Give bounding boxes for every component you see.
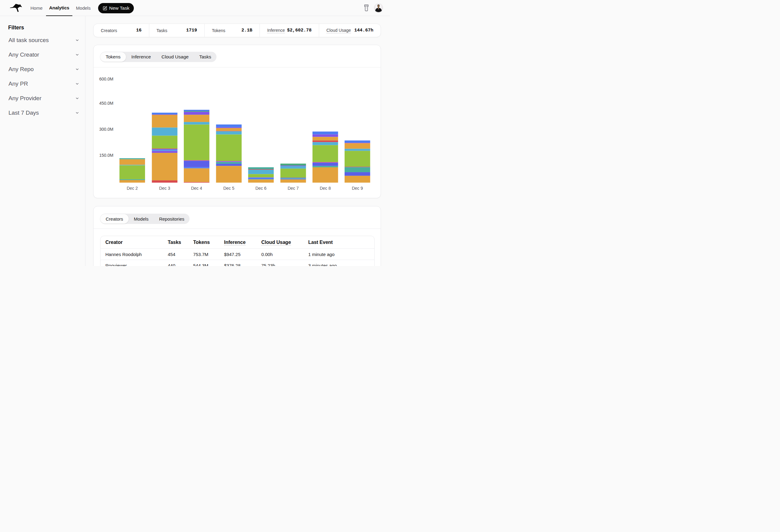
svg-text:Dec 7: Dec 7 [288,186,299,191]
svg-text:Dec 6: Dec 6 [255,186,266,191]
svg-text:600.0M: 600.0M [99,76,113,82]
svg-text:150.0M: 150.0M [99,153,113,158]
svg-text:Dec 5: Dec 5 [223,186,234,191]
svg-text:Dec 4: Dec 4 [191,186,202,191]
svg-text:Dec 8: Dec 8 [320,186,331,191]
svg-text:Dec 3: Dec 3 [159,186,170,191]
svg-text:450.0M: 450.0M [99,101,113,106]
svg-text:Dec 9: Dec 9 [352,186,363,191]
svg-text:Dec 2: Dec 2 [127,186,138,191]
svg-text:300.0M: 300.0M [99,127,113,131]
